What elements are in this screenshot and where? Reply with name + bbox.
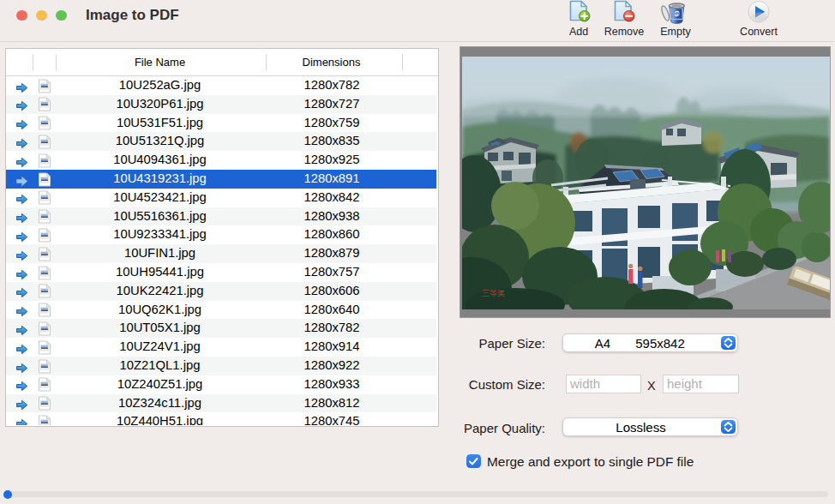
- svg-text:三等奖: 三等奖: [482, 289, 505, 297]
